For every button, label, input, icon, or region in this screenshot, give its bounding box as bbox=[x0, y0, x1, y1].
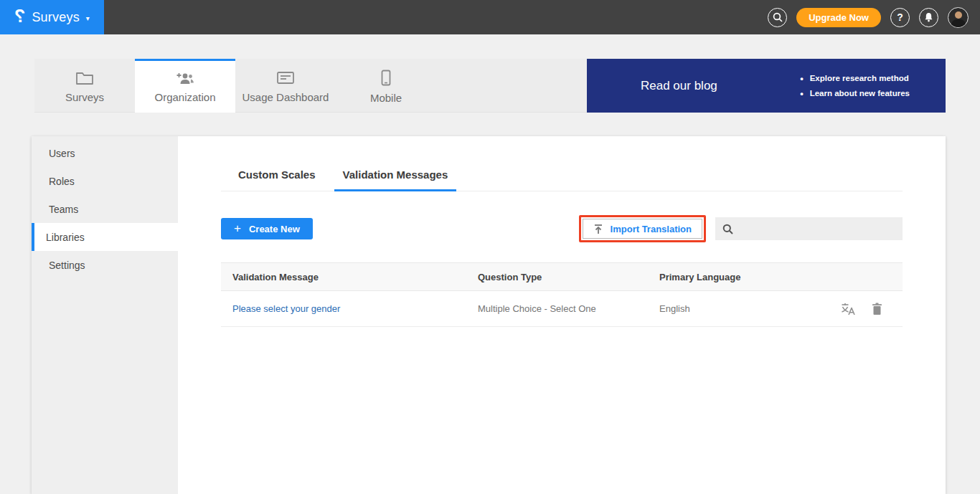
libraries-content: Custom Scales Validation Messages + Crea… bbox=[178, 136, 946, 494]
question-type-cell: Multiple Choice - Select One bbox=[466, 303, 648, 314]
banner-bullet: Explore research method bbox=[800, 71, 910, 86]
search-icon bbox=[722, 224, 733, 234]
section-nav: Surveys Organization Usage Dashboard Mob… bbox=[34, 59, 946, 113]
plus-icon: + bbox=[234, 222, 241, 236]
avatar[interactable] bbox=[948, 7, 969, 28]
tab-label: Usage Dashboard bbox=[242, 91, 329, 103]
banner-bullet-list: Explore research method Learn about new … bbox=[800, 71, 910, 101]
bell-icon bbox=[924, 12, 933, 22]
brand-label: Surveys bbox=[32, 10, 79, 25]
blog-banner[interactable]: Read our blog Explore research method Le… bbox=[587, 59, 946, 113]
topbar-actions: Upgrade Now ? bbox=[768, 7, 980, 28]
translate-icon bbox=[841, 302, 856, 315]
import-highlight-box: Import Translation bbox=[579, 215, 706, 242]
toolbar: + Create New Import Translation bbox=[221, 215, 903, 242]
search-icon bbox=[773, 12, 783, 22]
header-question-type: Question Type bbox=[466, 272, 648, 282]
translate-button[interactable] bbox=[841, 302, 856, 315]
tab-surveys[interactable]: Surveys bbox=[34, 59, 135, 113]
mobile-icon bbox=[380, 70, 392, 87]
upgrade-now-button[interactable]: Upgrade Now bbox=[796, 8, 881, 27]
header-primary-language: Primary Language bbox=[648, 272, 824, 282]
group-add-icon bbox=[175, 70, 195, 86]
notifications-button[interactable] bbox=[919, 8, 938, 27]
question-mark-icon: ? bbox=[897, 11, 903, 23]
table-row: Please select your gender Multiple Choic… bbox=[221, 291, 903, 327]
dashboard-icon bbox=[276, 70, 295, 86]
search-input[interactable] bbox=[739, 224, 895, 234]
section-tabs: Surveys Organization Usage Dashboard Mob… bbox=[34, 59, 587, 113]
banner-bullet: Learn about new features bbox=[800, 86, 910, 101]
header-validation-message: Validation Message bbox=[221, 272, 466, 282]
banner-title: Read our blog bbox=[641, 79, 717, 93]
table-header-row: Validation Message Question Type Primary… bbox=[221, 262, 903, 291]
tab-label: Organization bbox=[154, 91, 215, 103]
delete-button[interactable] bbox=[872, 303, 882, 315]
sidebar: Users Roles Teams Libraries Settings bbox=[32, 136, 178, 494]
help-button[interactable]: ? bbox=[890, 8, 910, 27]
tab-mobile[interactable]: Mobile bbox=[336, 59, 436, 113]
primary-language-cell: English bbox=[648, 303, 824, 314]
product-switcher[interactable]: ? Surveys ▾ bbox=[0, 0, 104, 34]
tab-label: Surveys bbox=[65, 91, 104, 103]
create-new-button[interactable]: + Create New bbox=[221, 218, 313, 239]
organization-panel: Users Roles Teams Libraries Settings Cus… bbox=[32, 136, 946, 494]
tab-custom-scales[interactable]: Custom Scales bbox=[230, 168, 324, 191]
import-translation-button[interactable]: Import Translation bbox=[583, 219, 702, 239]
folder-icon bbox=[75, 70, 94, 86]
trash-icon bbox=[872, 303, 882, 315]
libraries-tabs: Custom Scales Validation Messages bbox=[221, 168, 903, 191]
tab-usage-dashboard[interactable]: Usage Dashboard bbox=[235, 59, 336, 113]
sidebar-item-settings[interactable]: Settings bbox=[32, 251, 178, 279]
sidebar-item-users[interactable]: Users bbox=[32, 139, 178, 167]
upload-icon bbox=[593, 224, 603, 234]
avatar-photo bbox=[955, 11, 962, 19]
validation-messages-table: Validation Message Question Type Primary… bbox=[221, 262, 903, 327]
sidebar-item-libraries[interactable]: Libraries bbox=[32, 223, 178, 251]
tab-label: Mobile bbox=[370, 92, 402, 104]
tab-validation-messages[interactable]: Validation Messages bbox=[334, 168, 457, 191]
search-button[interactable] bbox=[768, 8, 787, 27]
chevron-down-icon: ▾ bbox=[86, 14, 90, 22]
search-field[interactable] bbox=[715, 217, 903, 240]
sidebar-item-teams[interactable]: Teams bbox=[32, 195, 178, 223]
tab-organization[interactable]: Organization bbox=[135, 59, 235, 113]
validation-message-link[interactable]: Please select your gender bbox=[232, 303, 340, 314]
questionpro-logo-icon: ? bbox=[14, 7, 25, 25]
topbar: ? Surveys ▾ Upgrade Now ? bbox=[0, 0, 980, 34]
sidebar-item-roles[interactable]: Roles bbox=[32, 167, 178, 195]
